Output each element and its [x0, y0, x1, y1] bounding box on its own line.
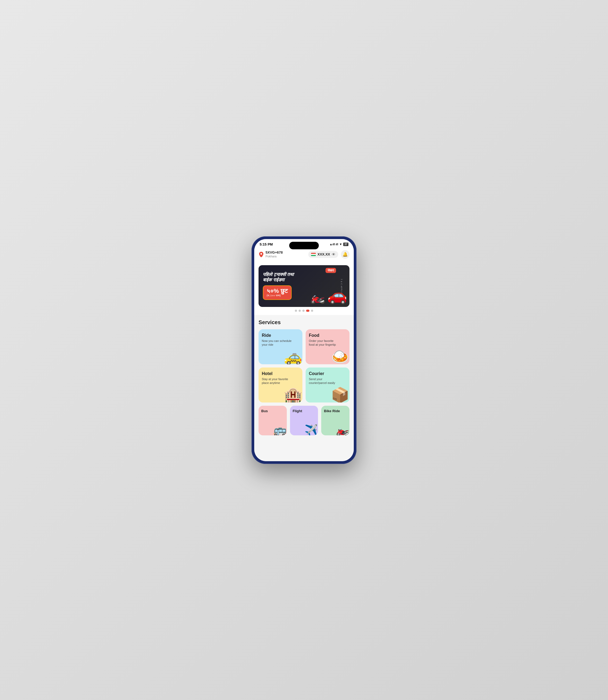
- service-name-hotel: Hotel: [262, 371, 299, 376]
- service-emoji-hotel: 🏨: [284, 388, 302, 403]
- location-pin-icon: [259, 252, 264, 257]
- service-card-bike[interactable]: Bike Ride 🏍️: [321, 406, 349, 435]
- dynamic-island: [289, 242, 319, 249]
- service-name-ride: Ride: [262, 333, 299, 338]
- service-desc-ride: Now you can schedule your ride: [262, 339, 292, 347]
- location-city: Pokhara: [266, 255, 283, 258]
- dot-3[interactable]: [302, 310, 305, 312]
- service-card-food[interactable]: Food Order your favorite food at your fi…: [306, 329, 349, 364]
- promo-banner[interactable]: पहिलो ट्याक्सी तथा बाईक राईडमा ५०% छुट (…: [259, 265, 349, 307]
- discount-percent: ५०% छुट: [267, 288, 288, 294]
- notification-bell[interactable]: 🔔: [341, 250, 349, 259]
- banner-container: पहिलो ट्याक्सी तथा बाईक राईडमा ५०% छुट (…: [254, 262, 354, 315]
- banner-title: पहिलो ट्याक्सी तथा बाईक राईडमा: [263, 272, 345, 283]
- service-card-flight[interactable]: Flight ✈️: [290, 406, 318, 435]
- balance-pill[interactable]: XXX.XX 👁: [308, 251, 338, 258]
- location-section[interactable]: 5XVG+678 Pokhara: [259, 251, 283, 258]
- service-emoji-courier: 📦: [331, 388, 349, 403]
- discount-box: ५०% छुट (रू.२०० सम्म): [263, 285, 292, 300]
- signal-icon: ▲ıll ıll: [329, 243, 338, 246]
- dot-1[interactable]: [295, 310, 297, 312]
- services-title: Services: [259, 319, 349, 326]
- dot-4-active[interactable]: [306, 310, 309, 312]
- location-text: 5XVG+678 Pokhara: [266, 251, 283, 258]
- main-content: पहिलो ट्याक्सी तथा बाईक राईडमा ५०% छुट (…: [254, 262, 354, 461]
- header: 5XVG+678 Pokhara XXX.XX 👁 🔔: [254, 248, 354, 262]
- service-card-hotel[interactable]: Hotel Stay at your favorite place anytim…: [259, 368, 302, 403]
- service-card-ride[interactable]: Ride Now you can schedule your ride 🚕: [259, 329, 302, 364]
- banner-dots: [259, 310, 349, 312]
- service-name-flight: Flight: [293, 409, 316, 413]
- service-desc-food: Order your favorite food at your fingert…: [309, 339, 339, 347]
- service-emoji-flight: ✈️: [305, 425, 318, 435]
- service-emoji-food: 🍛: [331, 349, 349, 364]
- service-desc-hotel: Stay at your favorite place anytime: [262, 377, 292, 385]
- services-grid: Ride Now you can schedule your ride 🚕 Fo…: [259, 329, 349, 403]
- service-emoji-bike: 🏍️: [336, 425, 349, 435]
- battery-icon: 37: [343, 243, 348, 246]
- location-code: 5XVG+678: [266, 251, 283, 255]
- eye-icon[interactable]: 👁: [332, 252, 336, 257]
- flag-icon: [311, 253, 316, 256]
- header-right: XXX.XX 👁 🔔: [308, 250, 349, 259]
- service-name-bike: Bike Ride: [324, 409, 347, 413]
- service-desc-courier: Send your courier/parcel easily: [309, 377, 339, 385]
- wifi-icon: ▼: [339, 243, 342, 246]
- service-card-bus[interactable]: Bus 🚌: [259, 406, 287, 435]
- service-card-courier[interactable]: Courier Send your courier/parcel easily …: [306, 368, 349, 403]
- discount-sub: (रू.२०० सम्म): [267, 294, 288, 297]
- service-emoji-ride: 🚕: [284, 349, 302, 364]
- services-row3: Bus 🚌 Flight ✈️ Bike Ride 🏍️: [254, 406, 354, 440]
- services-section: Services Ride Now you can schedule your …: [254, 315, 354, 403]
- service-name-food: Food: [309, 333, 346, 338]
- dot-2[interactable]: [299, 310, 301, 312]
- status-icons: ▲ıll ıll ▼ 37: [329, 243, 348, 246]
- service-emoji-bus: 🚌: [273, 425, 287, 435]
- phone-screen: 5:15 PM ▲ıll ıll ▼ 37 5XVG+678 Pokhara: [254, 239, 354, 461]
- phone-frame: 5:15 PM ▲ıll ıll ▼ 37 5XVG+678 Pokhara: [251, 236, 357, 464]
- service-name-courier: Courier: [309, 371, 346, 376]
- service-name-bus: Bus: [261, 409, 284, 413]
- balance-amount: XXX.XX: [318, 252, 330, 256]
- dot-5[interactable]: [311, 310, 313, 312]
- banner-text: पहिलो ट्याक्सी तथा बाईक राईडमा ५०% छुट (…: [263, 272, 345, 300]
- status-time: 5:15 PM: [260, 242, 273, 246]
